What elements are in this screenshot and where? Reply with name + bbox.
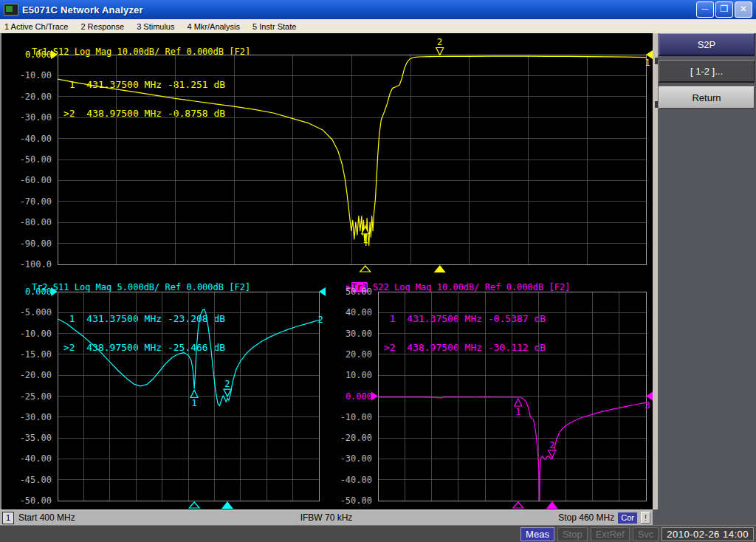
- softkey-1-2[interactable]: [ 1-2 ]...: [659, 60, 755, 83]
- y-axis-label: 50.00: [0, 287, 372, 297]
- app-icon: [4, 4, 18, 16]
- marker-row: 1 431.37500 MHz -81.251 dB: [63, 80, 225, 89]
- marker-row: >2 438.97500 MHz -0.8758 dB: [63, 109, 225, 118]
- extref-status: ExtRef: [591, 527, 630, 541]
- y-axis-label: -80.00: [0, 217, 52, 227]
- menu-item-active-ch-trace[interactable]: 1 Active Ch/Trace: [4, 22, 68, 31]
- s22-marker-readout: 1 431.37500 MHz -0.5387 dB >2 438.97500 …: [384, 295, 546, 371]
- rail-tick: [655, 101, 658, 108]
- y-axis-label: 0.000: [0, 391, 372, 402]
- y-axis-label: -20.00: [0, 433, 372, 443]
- ifbw-value: IFBW 70 kHz: [300, 512, 353, 523]
- rail-tick: [655, 58, 658, 64]
- y-axis-label: 40.00: [0, 307, 372, 318]
- close-button[interactable]: ✕: [735, 1, 752, 18]
- channel-status-bar: 1 Start 400 MHz IFBW 70 kHz Stop 460 MHz…: [0, 510, 653, 525]
- marker-row: 1 431.37500 MHz -0.5387 dB: [384, 314, 546, 323]
- y-axis-label: -50.00: [0, 495, 372, 506]
- y-axis-label: -70.00: [0, 196, 52, 207]
- menu-item-instr-state[interactable]: 5 Instr State: [252, 22, 296, 31]
- channel-number: 1: [2, 512, 14, 524]
- softkey-panel: S2P [ 1-2 ]... Return: [653, 33, 756, 525]
- y-axis-label: -40.00: [0, 475, 372, 485]
- correction-badge: Cor: [618, 512, 637, 524]
- y-axis-label: -90.00: [0, 239, 52, 249]
- y-axis-label: -60.00: [0, 175, 52, 185]
- y-axis-label: -10.00: [0, 70, 52, 80]
- window-title: E5071C Network Analyzer: [22, 4, 143, 16]
- y-axis-label: -10.00: [0, 412, 372, 422]
- y-axis-label: -100.0: [0, 259, 52, 270]
- y-axis-label: -50.00: [0, 154, 52, 165]
- y-axis-label: 0.000: [0, 49, 52, 60]
- instrument-status-bar: Meas Stop ExtRef Svc 2010-02-26 14:00: [0, 525, 756, 542]
- alert-badge: !: [641, 512, 650, 524]
- e5071c-application-window: E5071C Network Analyzer ─ ❐ ✕ 1 Active C…: [0, 0, 756, 542]
- menu-item-response[interactable]: 2 Response: [80, 22, 124, 31]
- y-axis-label: 10.00: [0, 370, 372, 380]
- softkey-return[interactable]: Return: [659, 86, 755, 109]
- menubar: 1 Active Ch/Trace 2 Response 3 Stimulus …: [0, 19, 756, 33]
- start-frequency: Start 400 MHz: [18, 512, 75, 523]
- window-titlebar: E5071C Network Analyzer ─ ❐ ✕: [0, 0, 756, 19]
- menu-item-mkr-analysis[interactable]: 4 Mkr/Analysis: [187, 22, 240, 31]
- marker-row: >2 438.97500 MHz -30.112 dB: [384, 343, 546, 352]
- minimize-button[interactable]: ─: [696, 1, 714, 18]
- s12-marker-readout: 1 431.37500 MHz -81.251 dB >2 438.97500 …: [63, 61, 225, 137]
- softkey-scroll-rail: [653, 33, 658, 510]
- softkey-s2p[interactable]: S2P: [659, 33, 755, 56]
- y-axis-label: 30.00: [0, 329, 372, 339]
- y-axis-label: -30.00: [0, 112, 52, 123]
- y-axis-label: -20.00: [0, 92, 52, 102]
- restore-button[interactable]: ❐: [715, 1, 733, 18]
- datetime-display: 2010-02-26 14:00: [662, 527, 754, 541]
- y-axis-label: 20.00: [0, 349, 372, 360]
- meas-status: Meas: [520, 527, 554, 541]
- sweep-stop-status: Stop: [557, 527, 588, 541]
- stop-frequency: Stop 460 MHz: [558, 512, 614, 523]
- y-axis-label: -40.00: [0, 134, 52, 144]
- menu-item-stimulus[interactable]: 3 Stimulus: [137, 22, 174, 31]
- y-axis-label: -30.00: [0, 453, 372, 464]
- svc-status: Svc: [633, 527, 659, 541]
